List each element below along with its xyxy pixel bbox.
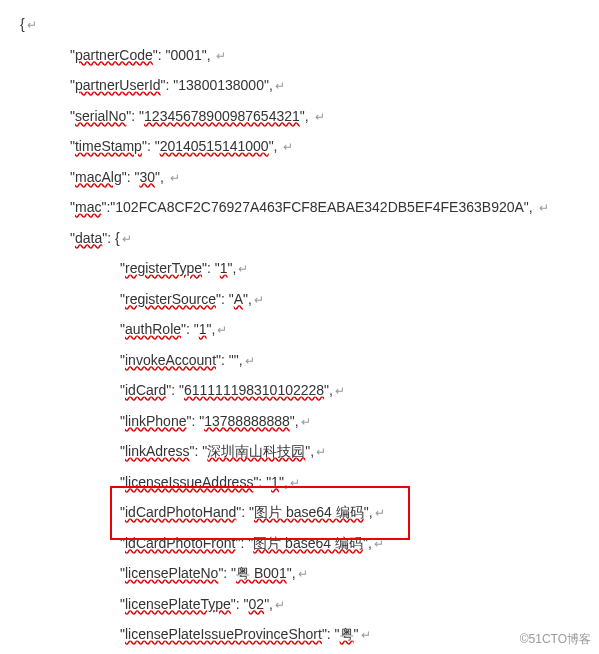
data-entry-line: "registerType": "1",↵	[20, 254, 599, 285]
data-entry-line: "licensePlateNo": "粤 B001",↵	[20, 559, 599, 590]
json-key: registerSource	[125, 291, 216, 307]
json-value: 13788888888	[204, 413, 290, 429]
json-value: 0001	[171, 47, 202, 63]
json-value: 30	[139, 169, 155, 185]
data-entry-line: "licensePlateIssueProvinceShort": "粤"↵	[20, 620, 599, 651]
json-key: data	[75, 230, 102, 246]
json-value: 13800138000	[178, 77, 264, 93]
line-break-icon: ↵	[374, 537, 384, 551]
data-entry-line-highlighted: "idCardPhotoHand": "图片 base64 编码",↵	[20, 498, 599, 529]
json-value: 粤 B001	[236, 565, 287, 581]
json-key: idCard	[125, 382, 166, 398]
json-key: licensePlateType	[125, 596, 231, 612]
data-entry-line: "linkAdress": "深圳南山科技园",↵	[20, 437, 599, 468]
json-key: idCardPhotoFront	[125, 535, 236, 551]
data-entry-line: "idCard": "611111198310102228",↵	[20, 376, 599, 407]
entry-line: "macAlg": "30", ↵	[20, 163, 599, 194]
line-break-icon: ↵	[539, 201, 549, 215]
data-entry-line: "licensePlateType": "02",↵	[20, 590, 599, 621]
data-close: }↵	[20, 651, 599, 655]
data-entry-line: "invokeAccount": "",↵	[20, 346, 599, 377]
line-break-icon: ↵	[254, 293, 264, 307]
data-entry-line: "licenseIssueAddress": "1",↵	[20, 468, 599, 499]
json-key: linkAdress	[125, 443, 190, 459]
line-break-icon: ↵	[275, 79, 285, 93]
line-break-icon: ↵	[216, 49, 226, 63]
line-break-icon: ↵	[275, 598, 285, 612]
json-value: 1	[220, 260, 228, 276]
json-key: partnerCode	[75, 47, 153, 63]
entry-line: "partnerCode": "0001", ↵	[20, 41, 599, 72]
entry-line: "serialNo": "12345678900987654321", ↵	[20, 102, 599, 133]
json-value: A	[234, 291, 243, 307]
json-key: authRole	[125, 321, 181, 337]
line-break-icon: ↵	[283, 140, 293, 154]
json-value: 02	[249, 596, 265, 612]
json-value: 深圳南山科技园	[207, 443, 305, 459]
json-key: idCardPhotoHand	[125, 504, 236, 520]
entry-line: "mac":"102FCA8CF2C76927A463FCF8EABAE342D…	[20, 193, 599, 224]
line-break-icon: ↵	[217, 323, 227, 337]
json-key: serialNo	[75, 108, 126, 124]
entry-line: "partnerUserId": "13800138000",↵	[20, 71, 599, 102]
line-break-icon: ↵	[245, 354, 255, 368]
brace-text: {	[115, 230, 120, 246]
json-value: 20140515141000	[160, 138, 269, 154]
json-value: 粤	[340, 626, 354, 642]
json-key: macAlg	[75, 169, 122, 185]
watermark-text: ©51CTO博客	[520, 631, 591, 648]
json-key: licenseIssueAddress	[125, 474, 253, 490]
json-key: partnerUserId	[75, 77, 161, 93]
line-break-icon: ↵	[335, 384, 345, 398]
line-break-icon: ↵	[361, 628, 371, 642]
json-key: licensePlateNo	[125, 565, 218, 581]
line-break-icon: ↵	[27, 18, 37, 32]
json-key: invokeAccount	[125, 352, 216, 368]
line-break-icon: ↵	[375, 506, 385, 520]
line-break-icon: ↵	[301, 415, 311, 429]
json-key: linkPhone	[125, 413, 187, 429]
data-open: "data": {↵	[20, 224, 599, 255]
brace-text: {	[20, 16, 25, 32]
data-entry-line: "registerSource": "A",↵	[20, 285, 599, 316]
data-entry-line: "authRole": "1",↵	[20, 315, 599, 346]
json-value: 1	[199, 321, 207, 337]
json-key: licensePlateIssueProvinceShort	[125, 626, 322, 642]
data-entry-line-highlighted: "idCardPhotoFront": "图片 base64 编码",↵	[20, 529, 599, 560]
json-key: registerType	[125, 260, 202, 276]
line-break-icon: ↵	[238, 262, 248, 276]
line-break-icon: ↵	[290, 476, 300, 490]
json-value: 12345678900987654321	[144, 108, 300, 124]
json-value: 图片 base64 编码	[254, 504, 364, 520]
line-break-icon: ↵	[298, 567, 308, 581]
line-break-icon: ↵	[122, 232, 132, 246]
line-break-icon: ↵	[316, 445, 326, 459]
line-break-icon: ↵	[170, 171, 180, 185]
json-key: timeStamp	[75, 138, 142, 154]
json-value: 图片 base64 编码	[253, 535, 363, 551]
entry-line: "timeStamp": "20140515141000", ↵	[20, 132, 599, 163]
json-value: 611111198310102228	[184, 382, 324, 398]
data-entry-line: "linkPhone": "13788888888",↵	[20, 407, 599, 438]
json-value: 102FCA8CF2C76927A463FCF8EABAE342DB5EF4FE…	[115, 199, 524, 215]
root-open: {↵	[20, 10, 599, 41]
line-break-icon: ↵	[315, 110, 325, 124]
json-key: mac	[75, 199, 101, 215]
json-value: 1	[271, 474, 279, 490]
